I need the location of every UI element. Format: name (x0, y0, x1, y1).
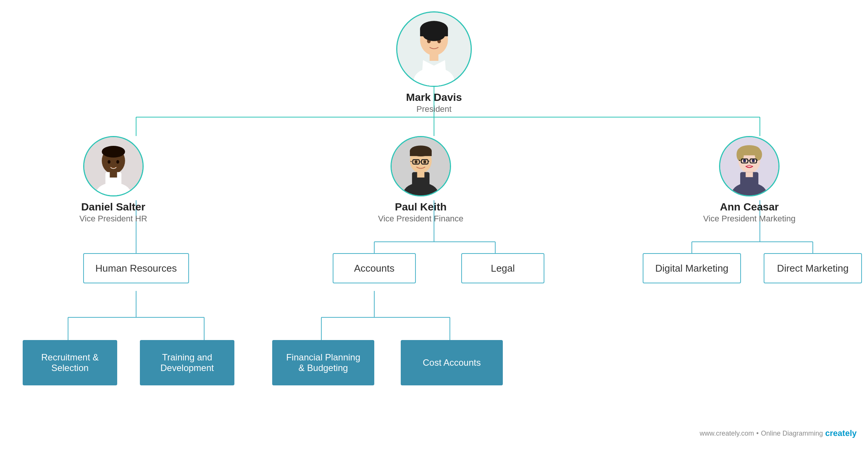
digital-marketing-box: Digital Marketing (643, 253, 741, 283)
svg-point-30 (423, 29, 445, 41)
watermark-separator: • (756, 430, 758, 438)
cost-accounts-box: Cost Accounts (401, 340, 503, 385)
vp-hr-name: Daniel Salter (79, 201, 147, 213)
accounts-box: Accounts (333, 253, 416, 283)
svg-point-37 (107, 160, 110, 164)
president-node: Mark Davis President (396, 11, 472, 114)
legal-box: Legal (461, 253, 544, 283)
financial-planning-label: Financial Planning & Budgeting (282, 352, 364, 373)
recruitment-box: Recruitment & Selection (23, 340, 117, 385)
training-label: Training and Development (150, 352, 225, 373)
svg-rect-42 (410, 151, 432, 156)
digital-marketing-node: Digital Marketing (643, 253, 741, 283)
watermark: www.creately.com • Online Diagramming cr… (700, 428, 857, 438)
vp-finance-node: Paul Keith Vice President Finance (378, 136, 463, 224)
svg-rect-68 (746, 172, 753, 177)
vp-finance-name: Paul Keith (378, 201, 463, 213)
legal-node: Legal (461, 253, 544, 283)
training-node: Training and Development (140, 340, 234, 385)
svg-rect-36 (110, 172, 117, 177)
president-title: President (406, 104, 462, 114)
watermark-brand: creately (825, 428, 857, 438)
training-box: Training and Development (140, 340, 234, 385)
vp-finance-label: Paul Keith Vice President Finance (378, 201, 463, 224)
svg-rect-27 (429, 54, 438, 61)
direct-marketing-box: Direct Marketing (764, 253, 862, 283)
vp-marketing-name: Ann Ceasar (703, 201, 795, 213)
svg-point-49 (423, 161, 426, 164)
recruitment-node: Recruitment & Selection (23, 340, 117, 385)
svg-point-48 (415, 161, 418, 164)
human-resources-node: Human Resources (83, 253, 189, 283)
vp-finance-title: Vice President Finance (378, 214, 463, 224)
accounts-label: Accounts (354, 263, 395, 274)
recruitment-label: Recruitment & Selection (33, 352, 107, 373)
vp-hr-avatar-img (84, 137, 143, 195)
financial-planning-node: Financial Planning & Budgeting (272, 340, 374, 385)
vp-hr-label: Daniel Salter Vice President HR (79, 201, 147, 224)
org-chart: Mark Davis President (0, 0, 868, 446)
svg-point-38 (116, 160, 119, 164)
vp-marketing-avatar (719, 136, 780, 196)
cost-accounts-node: Cost Accounts (401, 340, 503, 385)
cost-accounts-label: Cost Accounts (423, 357, 480, 368)
svg-point-33 (102, 146, 125, 158)
digital-marketing-label: Digital Marketing (655, 263, 728, 274)
vp-finance-avatar-img (392, 137, 450, 195)
svg-point-64 (743, 159, 746, 162)
president-label: Mark Davis President (406, 91, 462, 114)
vp-finance-avatar (391, 136, 451, 196)
vp-marketing-node: Ann Ceasar Vice President Marketing (703, 136, 795, 224)
vp-hr-title: Vice President HR (79, 214, 147, 224)
legal-label: Legal (491, 263, 515, 274)
accounts-node: Accounts (333, 253, 416, 283)
svg-point-65 (752, 159, 755, 162)
vp-hr-node: Daniel Salter Vice President HR (79, 136, 147, 224)
president-name: Mark Davis (406, 91, 462, 104)
direct-marketing-label: Direct Marketing (777, 263, 848, 274)
human-resources-label: Human Resources (95, 263, 177, 274)
vp-marketing-title: Vice President Marketing (703, 214, 795, 224)
president-avatar-img (397, 12, 471, 86)
svg-rect-52 (417, 172, 424, 177)
human-resources-box: Human Resources (83, 253, 189, 283)
vp-hr-avatar (83, 136, 144, 196)
vp-marketing-label: Ann Ceasar Vice President Marketing (703, 201, 795, 224)
watermark-service: Online Diagramming (761, 430, 823, 438)
direct-marketing-node: Direct Marketing (764, 253, 862, 283)
president-avatar (396, 11, 472, 87)
financial-planning-box: Financial Planning & Budgeting (272, 340, 374, 385)
vp-marketing-avatar-img (720, 137, 778, 195)
watermark-site: www.creately.com (700, 430, 754, 438)
